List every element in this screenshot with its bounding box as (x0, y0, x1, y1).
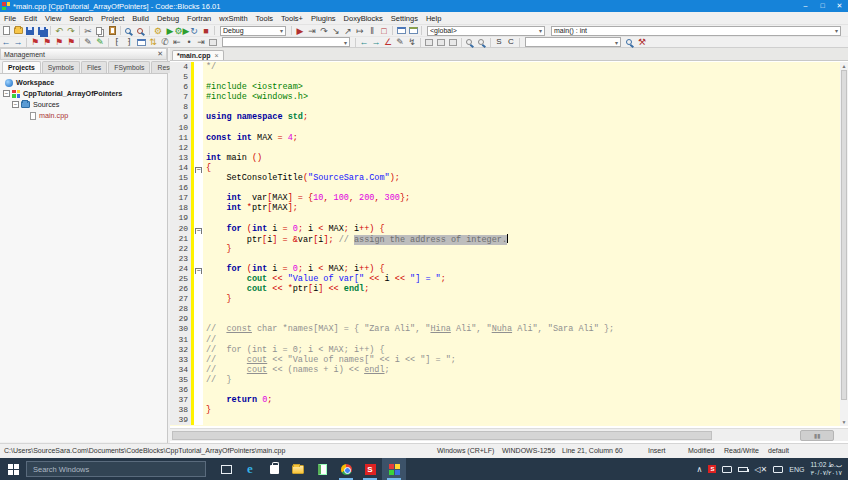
tree-item-sources[interactable]: − Sources (2, 99, 165, 110)
edit-tool-button[interactable]: ✎ (394, 37, 406, 48)
code-line[interactable]: 27 } (170, 294, 840, 304)
tree-item-project[interactable]: − CppTutorial_ArrayOfPointers (2, 88, 165, 99)
tray-sourcesara-icon[interactable]: S (708, 465, 716, 473)
menu-item-project[interactable]: Project (97, 14, 128, 23)
layout-two-button[interactable] (435, 37, 447, 48)
editor-tab-maincpp[interactable]: *main.cpp × (172, 50, 224, 60)
symbol-combobox[interactable]: main() : int▾ (551, 26, 841, 36)
hscroll-thumb[interactable] (172, 431, 712, 440)
menu-item-help[interactable]: Help (422, 14, 445, 23)
code-line[interactable]: 19 (170, 213, 840, 223)
tab-fsymbols[interactable]: FSymbols (108, 61, 150, 73)
vertical-scrollbar[interactable]: ▲ ▼ (840, 62, 848, 426)
code-line[interactable]: 11const int MAX = 4; (170, 133, 840, 143)
find-button[interactable] (123, 25, 135, 36)
step-into-button[interactable]: ↘ (330, 25, 342, 36)
prev-bookmark-button[interactable]: ⚑ (41, 37, 53, 48)
fortran-window-button[interactable] (135, 37, 147, 48)
menu-item-build[interactable]: Build (128, 14, 153, 23)
debugging-windows-button[interactable] (395, 25, 407, 36)
spell-check-button[interactable]: S (493, 37, 505, 48)
cut-button[interactable]: ✂ (82, 25, 94, 36)
code-line[interactable]: 39 (170, 415, 840, 425)
debugger-info-button[interactable] (407, 25, 419, 36)
comment-button[interactable]: ✎ (82, 37, 94, 48)
code-line[interactable]: 7#include <windows.h> (170, 92, 840, 102)
file-explorer-button[interactable] (286, 458, 310, 480)
code-line[interactable]: 36 (170, 385, 840, 395)
code-line[interactable]: 10 (170, 123, 840, 133)
zoom-in-button[interactable] (464, 37, 476, 48)
drag-tool-button[interactable]: ↯ (406, 37, 418, 48)
code-line[interactable]: 12 (170, 143, 840, 153)
vscroll-thumb[interactable] (841, 70, 847, 400)
incremental-search-input[interactable]: ▾ (525, 37, 621, 47)
battery-icon[interactable] (738, 467, 748, 472)
abort-build-button[interactable]: ■ (200, 25, 212, 36)
code-line[interactable]: 32// for (int i = 0; i < MAX; i++) { (170, 345, 840, 355)
build-target-combobox[interactable]: Debug▾ (220, 26, 286, 36)
jump-stop-button[interactable]: • (183, 37, 195, 48)
uncomment-button[interactable]: ✎ (94, 37, 106, 48)
menu-item-plugins[interactable]: Plugins (307, 14, 340, 23)
code-line[interactable]: 25 cout << "Value of var[" << i << "] = … (170, 274, 840, 284)
pane-grip[interactable]: ▮▮ (800, 430, 834, 441)
toggle-bookmark-button[interactable]: ⚑ (29, 37, 41, 48)
debug-continue-button[interactable]: ▶ (294, 25, 306, 36)
fortran-symbol-combobox[interactable]: ▾ (222, 37, 350, 47)
undo-button[interactable]: ↶ (53, 25, 65, 36)
save-button[interactable] (24, 25, 36, 36)
horizontal-scrollbar[interactable]: ▮▮ (170, 428, 848, 441)
code-line[interactable]: 23 (170, 254, 840, 264)
code-line[interactable]: 4*/ (170, 62, 840, 72)
break-debugger-button[interactable]: ‖ (366, 25, 378, 36)
layout-one-button[interactable] (423, 37, 435, 48)
code-line[interactable]: 34// cout << (names + i) << endl; (170, 365, 840, 375)
task-view-button[interactable] (214, 458, 238, 480)
menu-item-tools-plus[interactable]: Tools+ (277, 14, 307, 23)
edge-button[interactable]: e (238, 458, 262, 480)
menu-item-settings[interactable]: Settings (387, 14, 422, 23)
codeblocks-taskbar-button[interactable] (382, 458, 406, 480)
build-button[interactable]: ⚙ (152, 25, 164, 36)
menu-item-edit[interactable]: Edit (20, 14, 41, 23)
menu-item-view[interactable]: View (41, 14, 65, 23)
volume-muted-icon[interactable]: ◁✕ (754, 465, 767, 474)
save-all-button[interactable] (36, 25, 48, 36)
tab-files[interactable]: Files (81, 61, 107, 73)
code-line[interactable]: 22 } (170, 244, 840, 254)
code-line[interactable]: 21 ptr[i] = &var[i]; // assign the addre… (170, 234, 840, 244)
code-line[interactable]: 31// (170, 335, 840, 345)
stop-debugger-button[interactable]: □ (378, 25, 390, 36)
start-button[interactable] (0, 458, 26, 480)
code-line[interactable]: 26 cout << *ptr[i] << endl; (170, 284, 840, 294)
code-line[interactable]: 15 SetConsoleTitle("SourceSara.Com"); (170, 173, 840, 183)
code-line[interactable]: 20− for (int i = 0; i < MAX; i++) { (170, 224, 840, 234)
code-line[interactable]: 38} (170, 405, 840, 415)
incsearch-button[interactable] (624, 37, 636, 48)
incsearch-options-button[interactable]: ⚒ (636, 37, 648, 48)
fortran-prev-button[interactable]: ⁅ (111, 37, 123, 48)
code-line[interactable]: 29 (170, 314, 840, 324)
tray-expand-icon[interactable]: ∧ (697, 465, 703, 474)
redo-button[interactable]: ↷ (65, 25, 77, 36)
menu-item-file[interactable]: File (0, 14, 20, 23)
code-line[interactable]: 5 (170, 72, 840, 82)
new-file-button[interactable] (0, 25, 12, 36)
next-line-button[interactable]: ↷ (318, 25, 330, 36)
language-indicator[interactable]: ENG (789, 466, 804, 473)
next-instruction-button[interactable]: ↦ (354, 25, 366, 36)
nav-forward-button[interactable]: → (12, 37, 24, 48)
code-line[interactable]: 37 return 0; (170, 395, 840, 405)
paste-button[interactable] (106, 25, 118, 36)
tab-symbols[interactable]: Symbols (42, 61, 80, 73)
scroll-up-icon[interactable]: ▲ (840, 62, 848, 70)
menu-item-tools[interactable]: Tools (252, 14, 278, 23)
code-line[interactable]: 6#include <iostream> (170, 82, 840, 92)
code-line[interactable]: 33// cout << "Value of names[" << i << "… (170, 355, 840, 365)
network-icon[interactable] (722, 466, 732, 473)
code-line[interactable]: 17 int var[MAX] = {10, 100, 200, 300}; (170, 193, 840, 203)
close-button[interactable]: ✕ (831, 0, 848, 12)
minimize-button[interactable]: – (797, 0, 814, 12)
tab-projects[interactable]: Projects (2, 61, 41, 73)
